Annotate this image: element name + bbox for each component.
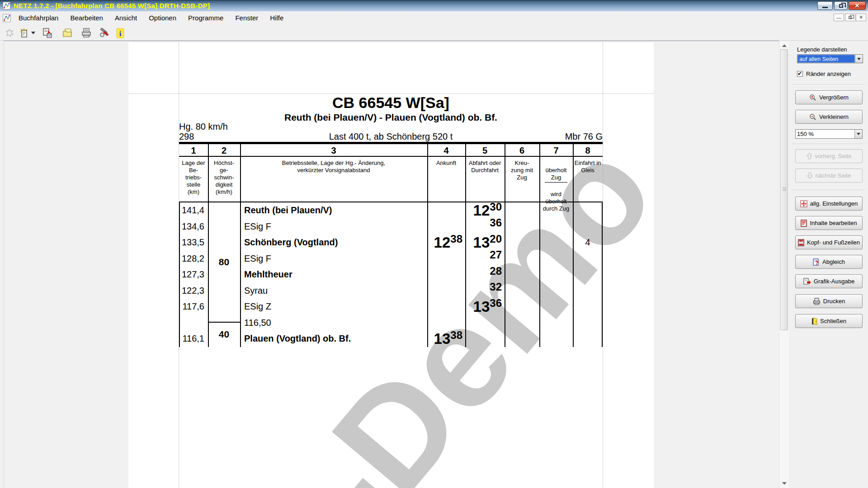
menu-bar: Buchfahrplan Bearbeiten Ansicht Optionen… [0,11,868,25]
load-info: Last 400 t, ab Schönberg 520 t [179,131,603,142]
route-subtitle: Reuth (bei Plauen/V) - Plauen (Vogtland)… [179,112,603,123]
edit-content-button[interactable]: Inhalte bearbeiten [795,216,863,230]
zoom-in-icon [809,94,816,101]
timetable-body: 141,4 Reuth (bei Plauen/V) 1230 134,6 ES… [179,202,603,347]
scrollbar-grip [783,188,786,188]
new-window-icon [5,28,14,38]
page-margin-right [603,42,603,488]
combo-dropdown-icon[interactable] [855,55,863,63]
col-header-ankunft: Ankunft [427,158,465,202]
print-toolbar-icon [81,28,92,38]
scrollbar-thumb[interactable] [780,49,788,330]
close-button[interactable]: ✕ [849,1,866,10]
menu-bearbeiten[interactable]: Bearbeiten [64,11,109,25]
show-margins-row: Ränder anzeigen [797,70,851,77]
timetable-header: 12 34 56 78 Lage der Be- triebs- stelle … [179,142,603,202]
menu-optionen[interactable]: Optionen [143,11,182,25]
graphic-output-icon [803,278,811,285]
exit-door-icon [811,318,817,325]
arrow-up-icon [807,153,812,160]
close-icon: ✕ [855,3,860,9]
save-export-icon [42,28,53,38]
col-header-kreuzung: Kreu- zung mit Zug [505,158,539,202]
mdi-close-button[interactable]: ✕ [856,14,866,21]
print-toolbar-button[interactable] [80,27,92,39]
zoom-dropdown-icon[interactable] [854,130,862,138]
close-view-button[interactable]: Schließen [795,314,863,328]
graphic-output-button[interactable]: Grafik-Ausgabe [795,274,863,288]
mdi-minimize-button[interactable]: — [834,14,844,21]
vertical-scrollbar[interactable] [779,41,789,488]
scroll-down-icon [782,482,787,485]
title-bar: NETZ 1.7.2 - [Buchfahrplan CB 66545 W[Sa… [0,0,868,11]
minimize-button[interactable] [817,1,833,10]
arrow-down-icon [807,172,813,179]
table-row: 116,50 [179,315,603,331]
minimize-icon [822,7,828,8]
document-icon [3,14,11,22]
menu-buchfahrplan[interactable]: Buchfahrplan [13,11,64,25]
toolbar [0,25,868,41]
print-button[interactable]: Drucken [795,294,863,308]
abgleich-button[interactable]: ? Abgleich [795,255,863,269]
scroll-up-button[interactable] [779,42,789,49]
table-row: 141,4 Reuth (bei Plauen/V) 1230 [179,202,603,219]
show-margins-checkbox[interactable] [797,71,803,77]
table-row: 127,3 Mehltheuer 28 [179,267,603,283]
previous-page-button: vorherg. Seite [795,149,863,163]
mdi-restore-button[interactable] [845,14,855,21]
legend-label: Legende darstellen [797,46,847,53]
scroll-down-button[interactable] [779,479,789,487]
svg-text:?: ? [815,260,818,266]
document-page: FBS-Demo CB 66545 W[Sa] Reuth (bei Plaue… [128,42,654,488]
train-title: CB 66545 W[Sa] [179,94,603,112]
legend-combobox[interactable]: auf allen Seiten [797,54,863,63]
header-footer-icon [798,239,804,246]
new-window-button-disabled [4,27,15,39]
col-header-abfahrt: Abfahrt oder Durchfahrt [465,158,505,202]
edit-content-icon [801,220,807,227]
general-settings-button[interactable]: allg. Einstellungen [795,197,863,211]
col-header-betriebsstelle: Betriebsstelle, Lage der Hg.- Änderung, … [240,158,427,202]
info-button[interactable]: i [116,27,125,39]
new-document-icon [19,28,29,38]
new-document-button[interactable] [18,27,30,39]
svg-text:i: i [119,29,122,38]
speed-limit-40: 40 [208,329,240,340]
save-export-button[interactable] [42,27,53,39]
hg-speed-label: Hg. 80 km/h [179,122,228,132]
menu-programme[interactable]: Programme [182,11,229,25]
column-numbers: 12 34 56 78 [179,144,603,157]
header-footer-button[interactable]: Kopf- und Fußzeilen [795,235,863,249]
restore-icon [839,4,843,8]
restore-button[interactable] [834,1,848,10]
open-copy-icon [62,28,73,38]
zoom-out-icon [809,113,816,121]
speed-change-line [208,322,240,323]
open-copy-button[interactable] [61,27,73,39]
window-title: NETZ 1.7.2 - [Buchfahrplan CB 66545 W[Sa… [14,2,210,9]
table-row: 134,6 ESig F 36 [179,219,603,235]
panel-divider [792,144,866,145]
zoom-out-button[interactable]: Verkleinern [795,110,863,124]
zoom-level-value: 150 % [796,130,854,138]
settings-icon [800,200,807,207]
menu-hilfe[interactable]: Hilfe [264,11,289,25]
menu-ansicht[interactable]: Ansicht [109,11,143,25]
new-document-dropdown[interactable] [30,27,36,39]
col-header-ueberholt: überholt Zug wird überholt durch Zug [539,158,573,202]
menu-fenster[interactable]: Fenster [229,11,264,25]
table-row: 117,6 ESig Z 1336 [179,299,603,315]
col-header-speed: Höchst- ge- schwin- digkeit (km/h) [208,158,240,202]
mdi-restore-icon [849,16,852,19]
tools-button[interactable] [99,27,110,39]
table-row: 122,3 Syrau 32 [179,283,603,299]
table-row: 133,5 Schönberg (Vogtland) 1238 1320 4 [179,235,603,251]
zoom-level-combobox[interactable]: 150 % [795,129,863,139]
timetable: 12 34 56 78 Lage der Be- triebs- stelle … [179,142,603,347]
panel-divider [792,190,866,191]
table-row: 128,2 ESig F 27 [179,251,603,267]
zoom-in-button[interactable]: Vergrößern [795,90,863,104]
right-panel: Legende darstellen auf allen Seiten Ränd… [789,41,868,488]
speed-limit-80: 80 [208,257,240,267]
